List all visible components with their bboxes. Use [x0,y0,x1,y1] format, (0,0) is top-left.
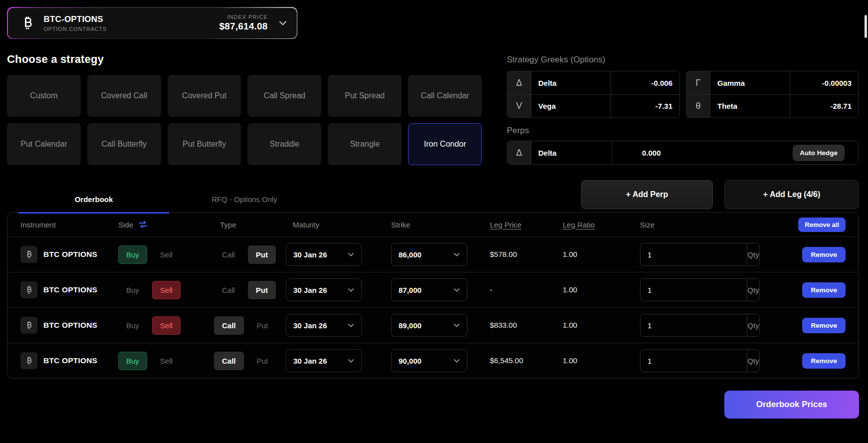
swap-sides-icon[interactable] [138,221,148,228]
strategy-put-calendar[interactable]: Put Calendar [7,123,81,165]
strategy-covered-put[interactable]: Covered Put [168,75,241,117]
put-toggle[interactable]: Put [249,316,276,335]
call-toggle[interactable]: Call [214,245,243,264]
leg-ratio-value: 1.00 [563,356,577,365]
leg-price-value: $833.00 [490,321,517,329]
perps-delta-row: Δ Delta 0.000 Auto Hedge [507,141,859,165]
chevron-down-icon [348,323,354,327]
strategy-straddle[interactable]: Straddle [247,123,321,165]
leg-ratio-value: 1.00 [563,285,577,294]
sell-toggle[interactable]: Sell [152,352,181,370]
leg-instrument: BTC OPTIONS [43,285,97,294]
remove-leg-button[interactable]: Remove [802,353,846,369]
strategy-covered-call[interactable]: Covered Call [87,75,161,117]
leg-price-value: $6,545.00 [490,356,523,365]
legs-table-body: BTC OPTIONS Buy Sell Call Put 30 Jan 26 … [7,236,859,378]
greek-symbol-icon: Δ [507,71,531,94]
tab-orderbook[interactable]: Orderbook [18,188,169,214]
chevron-down-icon [453,252,460,256]
leg-row: BTC OPTIONS Buy Sell Call Put 30 Jan 26 … [7,272,859,307]
index-price-label: INDEX PRICE [219,14,267,20]
call-toggle[interactable]: Call [214,316,244,335]
header-size: Size [640,221,654,229]
put-toggle[interactable]: Put [248,245,276,264]
size-input[interactable] [641,243,747,265]
leg-price-value: - [490,285,492,294]
header-leg-price[interactable]: Leg Price [490,221,521,229]
page-scrollbar-thumb[interactable] [865,15,867,38]
call-toggle[interactable]: Call [214,281,243,299]
greek-row: V Vega -7.31 [507,94,679,117]
remove-all-button[interactable]: Remove all [798,218,846,232]
buy-toggle[interactable]: Buy [118,316,147,335]
auto-hedge-button[interactable]: Auto Hedge [793,145,845,161]
leg-row: BTC OPTIONS Buy Sell Call Put 30 Jan 26 … [7,343,859,378]
maturity-dropdown[interactable]: 30 Jan 26 [286,278,362,301]
header-leg-ratio[interactable]: Leg Ratio [563,221,595,229]
strike-dropdown[interactable]: 86,000 [391,243,467,266]
qty-unit-label: Qty [747,314,759,336]
chevron-down-icon [453,288,460,292]
strike-dropdown[interactable]: 89,000 [391,314,467,337]
bitcoin-icon [20,246,37,263]
strategy-iron-condor[interactable]: Iron Condor [408,123,482,165]
call-toggle[interactable]: Call [214,352,244,370]
instrument-name: BTC-OPTIONS [44,14,107,24]
strategy-call-calendar[interactable]: Call Calendar [408,75,482,117]
add-leg-button[interactable]: + Add Leg (4/6) [724,180,859,209]
strike-dropdown[interactable]: 90,000 [391,349,467,372]
delta-symbol-icon: Δ [507,141,531,164]
leg-instrument: BTC OPTIONS [43,250,97,259]
chevron-down-icon [348,288,354,292]
put-toggle[interactable]: Put [249,352,276,370]
perps-delta-value: 0.000 [642,149,661,157]
strategy-put-spread[interactable]: Put Spread [328,75,402,117]
maturity-dropdown[interactable]: 30 Jan 26 [286,243,362,266]
instrument-subtitle: OPTION CONTRACTS [44,26,107,32]
strike-dropdown[interactable]: 87,000 [391,278,467,301]
leg-instrument: BTC OPTIONS [43,356,97,365]
size-field: Qty [640,243,760,266]
greeks-table-right: Γ Gamma -0.00003 θ Theta -28.71 [686,71,859,118]
sell-toggle[interactable]: Sell [152,281,181,299]
size-input[interactable] [641,350,747,372]
put-toggle[interactable]: Put [248,281,276,299]
header-instrument: Instrument [20,221,56,229]
greek-label: Gamma [710,71,790,94]
sell-toggle[interactable]: Sell [152,316,181,335]
strategy-call-spread[interactable]: Call Spread [247,75,321,117]
header-strike: Strike [391,221,410,229]
strategy-put-butterfly[interactable]: Put Butterfly [168,123,241,165]
maturity-dropdown[interactable]: 30 Jan 26 [286,349,362,372]
chevron-down-icon [453,323,460,327]
qty-unit-label: Qty [747,279,759,301]
maturity-dropdown[interactable]: 30 Jan 26 [286,314,362,337]
orderbook-prices-button[interactable]: Orderbook Prices [724,391,859,419]
legs-table: Instrument Side Type Maturity Strike Leg… [7,212,859,379]
greek-label: Delta [531,71,611,94]
greek-label: Theta [710,95,790,117]
perps-delta-label: Delta [531,141,612,164]
sell-toggle[interactable]: Sell [152,245,181,264]
instrument-selector[interactable]: BTC-OPTIONS OPTION CONTRACTS INDEX PRICE… [7,7,297,39]
size-input[interactable] [641,279,747,301]
strategy-heading: Choose a strategy [7,53,482,66]
add-perp-button[interactable]: + Add Perp [581,180,713,209]
tab-rfq-options-only[interactable]: RFQ - Options Only [169,188,320,213]
strategy-call-butterfly[interactable]: Call Butterfly [87,123,161,165]
buy-toggle[interactable]: Buy [118,281,147,299]
remove-leg-button[interactable]: Remove [802,247,846,262]
buy-toggle[interactable]: Buy [118,245,147,264]
size-input[interactable] [641,314,747,336]
strategy-strangle[interactable]: Strangle [328,123,402,165]
qty-unit-label: Qty [747,350,759,372]
index-price-value: $87,614.08 [219,21,267,32]
perps-heading: Perps [507,126,859,136]
remove-leg-button[interactable]: Remove [802,318,846,333]
chevron-down-icon[interactable] [279,20,287,25]
remove-leg-button[interactable]: Remove [802,282,846,298]
strategy-custom[interactable]: Custom [7,75,81,117]
orderbook-rfq-tabs: Orderbook RFQ - Options Only [18,188,320,213]
size-field: Qty [640,278,760,301]
buy-toggle[interactable]: Buy [118,352,147,370]
